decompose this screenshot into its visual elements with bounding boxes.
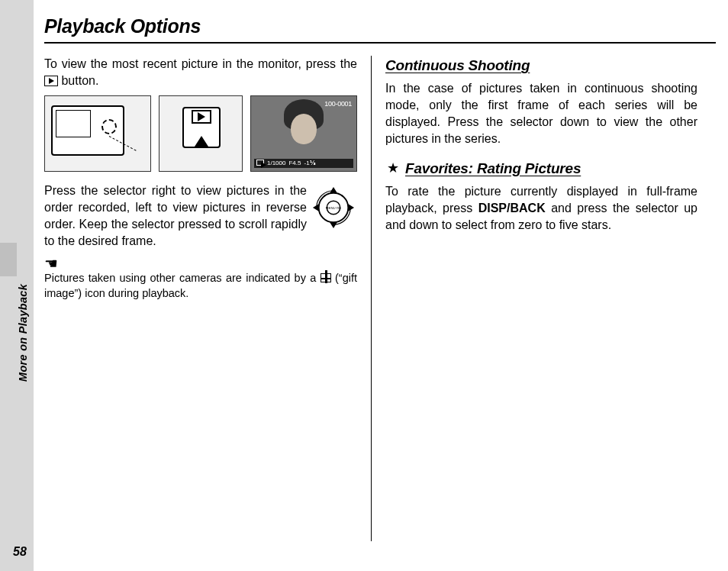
- intro-text-a: To view the most recent picture in the m…: [44, 57, 357, 70]
- disp-back-key: DISP/BACK: [478, 202, 546, 215]
- section-label: More on Playback: [17, 371, 29, 382]
- page-body: Playback Options To view the most recent…: [44, 15, 716, 541]
- two-column-layout: To view the most recent picture in the m…: [44, 56, 716, 541]
- selector-paragraph: MENU OK Press the selector right to view…: [44, 182, 357, 250]
- frame-number-overlay: 100-0001: [324, 99, 352, 108]
- exposure-info-overlay: 1/1000 F4.5 -1⅓: [254, 159, 353, 168]
- shutter-speed: 1/1000: [267, 159, 285, 168]
- gift-image-icon: [321, 273, 331, 282]
- favorites-heading: Favorites: Rating Pictures: [405, 159, 581, 179]
- note-text-a: Pictures taken using other cameras are i…: [44, 272, 321, 284]
- svg-marker-5: [330, 187, 337, 193]
- sample-photo-preview: 100-0001 1/1000 F4.5 -1⅓: [250, 95, 357, 172]
- svg-marker-3: [313, 204, 319, 211]
- note-pointer-icon: ☚: [44, 256, 357, 271]
- svg-marker-6: [330, 222, 337, 228]
- note-paragraph: Pictures taken using other cameras are i…: [44, 271, 357, 301]
- figure-row: 100-0001 1/1000 F4.5 -1⅓: [44, 95, 357, 172]
- favorites-text: To rate the picture currently displayed …: [385, 183, 697, 234]
- left-column: To view the most recent picture in the m…: [44, 56, 371, 541]
- camera-back-illustration: [44, 95, 151, 172]
- svg-text:MENU OK: MENU OK: [326, 206, 341, 210]
- intro-text-b: button.: [58, 74, 98, 87]
- aperture: F4.5: [288, 159, 301, 168]
- selector-text: Press the selector right to view picture…: [44, 184, 307, 247]
- selector-dial-icon: MENU OK: [311, 185, 356, 230]
- playback-button-illustration: [159, 95, 243, 172]
- thumb-tab: [0, 243, 17, 276]
- page-title: Playback Options: [44, 15, 716, 44]
- favorites-heading-row: ★ Favorites: Rating Pictures: [385, 159, 697, 179]
- star-icon: ★: [385, 159, 401, 178]
- intro-paragraph: To view the most recent picture in the m…: [44, 56, 357, 89]
- right-column: Continuous Shooting In the case of pictu…: [371, 56, 697, 541]
- continuous-shooting-heading: Continuous Shooting: [385, 56, 697, 76]
- svg-marker-4: [348, 204, 354, 211]
- page-number: 58: [13, 545, 27, 559]
- exposure-comp: -1⅓: [304, 159, 315, 168]
- playback-icon: [44, 76, 58, 86]
- continuous-shooting-text: In the case of pictures taken in continu…: [385, 80, 697, 147]
